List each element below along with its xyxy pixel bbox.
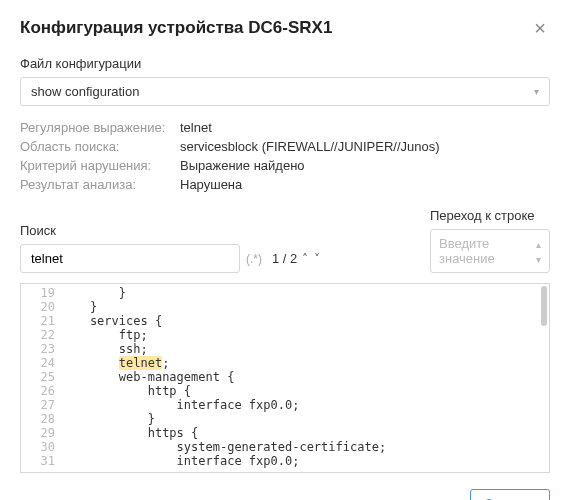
line-number: 19 bbox=[21, 286, 55, 300]
code-line: interface fxp0.0; bbox=[61, 454, 549, 468]
search-label: Поиск bbox=[20, 223, 323, 238]
code-line: } bbox=[61, 412, 549, 426]
code-line: ssh; bbox=[61, 342, 549, 356]
goto-placeholder: Введите значение bbox=[439, 236, 536, 266]
code-lines: } } services { ftp; ssh; telnet; web-man… bbox=[61, 284, 549, 472]
code-line: telnet; bbox=[61, 356, 549, 370]
line-number: 27 bbox=[21, 398, 55, 412]
regex-label: Регулярное выражение: bbox=[20, 120, 180, 135]
line-number: 28 bbox=[21, 412, 55, 426]
goto-line-input[interactable]: Введите значение ▴▾ bbox=[430, 229, 550, 273]
modal-footer: Закрыть bbox=[20, 489, 550, 500]
code-line: interface fxp0.0; bbox=[61, 398, 549, 412]
line-number: 22 bbox=[21, 328, 55, 342]
search-section: Поиск (.*) 1 / 2 ˄ ˅ bbox=[20, 223, 323, 273]
line-number: 26 bbox=[21, 384, 55, 398]
code-line: http { bbox=[61, 384, 549, 398]
modal-title: Конфигурация устройства DC6-SRX1 bbox=[20, 18, 332, 38]
goto-section: Переход к строке Введите значение ▴▾ bbox=[430, 208, 550, 273]
config-file-select[interactable]: show configuration ▾ bbox=[20, 77, 550, 106]
code-line: web-management { bbox=[61, 370, 549, 384]
line-gutter: 19202122232425262728293031 bbox=[21, 284, 61, 472]
modal-header: Конфигурация устройства DC6-SRX1 × bbox=[20, 18, 550, 38]
criterion-label: Критерий нарушения: bbox=[20, 158, 180, 173]
search-counter: 1 / 2 bbox=[272, 251, 297, 266]
code-line: services { bbox=[61, 314, 549, 328]
chevron-down-icon: ▾ bbox=[534, 86, 539, 97]
regex-toggle[interactable]: (.*) bbox=[246, 252, 262, 266]
scrollbar[interactable] bbox=[541, 286, 547, 326]
search-next-icon[interactable]: ˅ bbox=[311, 250, 323, 268]
close-button[interactable]: Закрыть bbox=[470, 489, 550, 500]
code-line: ftp; bbox=[61, 328, 549, 342]
line-number: 21 bbox=[21, 314, 55, 328]
code-line: } bbox=[61, 286, 549, 300]
goto-label: Переход к строке bbox=[430, 208, 550, 223]
analysis-summary: Регулярное выражение: telnet Область пои… bbox=[20, 120, 550, 192]
code-line: system-generated-certificate; bbox=[61, 440, 549, 454]
line-number: 29 bbox=[21, 426, 55, 440]
line-number: 25 bbox=[21, 370, 55, 384]
code-line: } bbox=[61, 300, 549, 314]
scope-value: servicesblock (FIREWALL//JUNIPER//Junos) bbox=[180, 139, 550, 154]
scope-label: Область поиска: bbox=[20, 139, 180, 154]
criterion-value: Выражение найдено bbox=[180, 158, 550, 173]
line-number: 20 bbox=[21, 300, 55, 314]
config-file-value: show configuration bbox=[31, 84, 139, 99]
search-prev-icon[interactable]: ˄ bbox=[299, 250, 311, 268]
search-input[interactable] bbox=[20, 244, 240, 273]
search-highlight: telnet bbox=[119, 356, 162, 370]
line-number: 23 bbox=[21, 342, 55, 356]
line-number: 24 bbox=[21, 356, 55, 370]
device-config-modal: Конфигурация устройства DC6-SRX1 × Файл … bbox=[0, 0, 570, 500]
line-number: 31 bbox=[21, 454, 55, 468]
regex-value: telnet bbox=[180, 120, 550, 135]
close-icon[interactable]: × bbox=[530, 18, 550, 38]
code-viewer: 19202122232425262728293031 } } services … bbox=[20, 283, 550, 473]
result-label: Результат анализа: bbox=[20, 177, 180, 192]
config-file-label: Файл конфигурации bbox=[20, 56, 550, 71]
result-value: Нарушена bbox=[180, 177, 550, 192]
stepper-icon[interactable]: ▴▾ bbox=[536, 236, 541, 266]
code-line: https { bbox=[61, 426, 549, 440]
search-row: Поиск (.*) 1 / 2 ˄ ˅ Переход к строке Вв… bbox=[20, 208, 550, 273]
line-number: 30 bbox=[21, 440, 55, 454]
